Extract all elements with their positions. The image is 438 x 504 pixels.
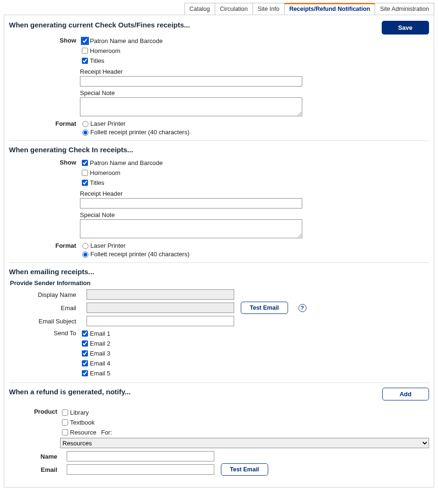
tab-circulation[interactable]: Circulation (215, 3, 253, 15)
checkbox-patron-checkouts[interactable] (82, 38, 88, 44)
label-refund-name: Name (9, 453, 60, 460)
test-email-button-refund[interactable]: Test Email (221, 463, 268, 476)
label-email1: Email 1 (90, 330, 110, 337)
label-receipt-header-checkouts: Receipt Header (80, 68, 429, 75)
checkbox-email3[interactable] (82, 350, 88, 356)
checkbox-email1[interactable] (82, 330, 88, 337)
label-email2: Email 2 (90, 340, 110, 347)
textarea-special-note-checkouts[interactable] (80, 97, 302, 116)
checkbox-email5[interactable] (82, 370, 88, 376)
section-checkin-heading: When generating Check In receipts... (9, 146, 429, 154)
test-email-button-sender[interactable]: Test Email (241, 302, 288, 314)
label-format-checkin: Format (9, 241, 80, 249)
input-refund-email[interactable] (67, 464, 214, 475)
input-display-name[interactable] (87, 289, 234, 300)
radio-laser-checkin[interactable] (82, 243, 88, 249)
section-emailing-heading: When emailing receipts... (9, 268, 429, 276)
help-icon[interactable]: ? (298, 304, 307, 312)
section-refund-heading: When a refund is generated, notify... (9, 388, 429, 396)
checkbox-textbook[interactable] (62, 419, 68, 426)
sub-provider-heading: Provide Sender Information (10, 279, 429, 287)
add-button[interactable]: Add (382, 388, 429, 400)
label-titles-checkouts: Titles (90, 57, 105, 64)
label-patron-checkin: Patron Name and Barcode (90, 159, 163, 166)
label-titles-checkin: Titles (90, 179, 105, 186)
label-library: Library (70, 409, 89, 416)
label-display-name: Display Name (9, 291, 80, 298)
radio-follett-checkouts[interactable] (82, 130, 88, 136)
label-laser-checkouts: Laser Printer (90, 120, 125, 127)
section-checkouts-heading: When generating current Check Outs/Fines… (9, 21, 429, 29)
tab-site-info[interactable]: Site Info (253, 3, 285, 15)
label-for: For: (101, 429, 112, 436)
label-email3: Email 3 (90, 350, 110, 357)
input-sender-email[interactable] (87, 303, 234, 313)
label-email4: Email 4 (90, 360, 110, 367)
label-follett-checkouts: Follett receipt printer (40 characters) (90, 129, 190, 136)
save-button[interactable]: Save (382, 21, 429, 35)
label-patron-checkouts: Patron Name and Barcode (90, 37, 163, 44)
checkbox-resource[interactable] (62, 429, 68, 435)
checkbox-email4[interactable] (82, 360, 88, 366)
input-receipt-header-checkin[interactable] (80, 198, 302, 209)
label-email5: Email 5 (90, 370, 110, 377)
checkbox-patron-checkin[interactable] (82, 160, 88, 166)
label-send-to: Send To (9, 328, 80, 337)
label-textbook: Textbook (70, 419, 95, 426)
radio-laser-checkouts[interactable] (82, 121, 88, 127)
label-resource: Resource (70, 429, 96, 436)
input-refund-name[interactable] (67, 451, 214, 461)
checkbox-email2[interactable] (82, 340, 88, 347)
label-special-note-checkin: Special Note (80, 211, 429, 218)
checkbox-homeroom-checkouts[interactable] (82, 48, 88, 54)
input-email-subject[interactable] (87, 316, 234, 326)
radio-follett-checkin[interactable] (82, 252, 88, 258)
label-laser-checkin: Laser Printer (90, 242, 125, 249)
input-receipt-header-checkouts[interactable] (80, 76, 302, 87)
tab-site-administration[interactable]: Site Administration (375, 3, 434, 15)
checkbox-titles-checkouts[interactable] (82, 58, 88, 64)
label-homeroom-checkouts: Homeroom (90, 47, 120, 54)
label-format-checkouts: Format (9, 119, 80, 127)
label-receipt-header-checkin: Receipt Header (80, 190, 429, 197)
label-show-checkin: Show (9, 157, 80, 166)
label-sender-email: Email (9, 304, 80, 312)
select-resource[interactable]: Resources (60, 438, 429, 448)
label-show-checkouts: Show (9, 35, 80, 44)
label-follett-checkin: Follett receipt printer (40 characters) (90, 251, 190, 258)
checkbox-homeroom-checkin[interactable] (82, 170, 88, 176)
label-special-note-checkouts: Special Note (80, 89, 429, 96)
label-homeroom-checkin: Homeroom (90, 169, 120, 176)
label-product: Product (9, 407, 60, 415)
textarea-special-note-checkin[interactable] (80, 219, 302, 238)
checkbox-titles-checkin[interactable] (82, 180, 88, 186)
tab-catalog[interactable]: Catalog (184, 3, 215, 15)
tab-receipts-refund[interactable]: Receipts/Refund Notification (284, 3, 376, 15)
label-email-subject: Email Subject (9, 318, 80, 325)
checkbox-library[interactable] (62, 409, 68, 416)
main-tabs: Catalog Circulation Site Info Receipts/R… (4, 3, 434, 15)
label-refund-email: Email (9, 466, 60, 473)
